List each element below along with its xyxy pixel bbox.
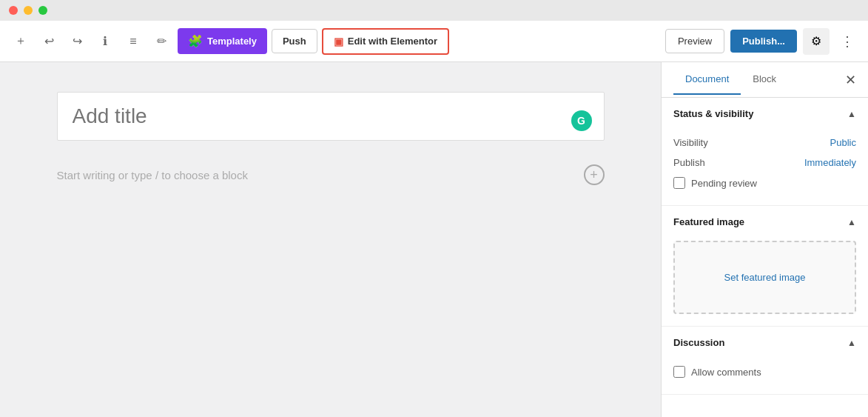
sidebar-close-button[interactable]: ✕ bbox=[845, 72, 856, 88]
discussion-title: Discussion bbox=[673, 337, 724, 348]
plus-circle-icon: + bbox=[590, 167, 598, 183]
publish-button[interactable]: Publish... bbox=[730, 30, 797, 53]
redo-button[interactable]: ↪ bbox=[65, 30, 89, 53]
allow-comments-label: Allow comments bbox=[691, 367, 761, 378]
tab-document[interactable]: Document bbox=[673, 64, 741, 95]
chevron-up-icon-3: ▲ bbox=[847, 338, 856, 348]
title-block: G bbox=[57, 92, 605, 141]
publish-label: Publish... bbox=[742, 36, 785, 47]
add-block-button[interactable]: + bbox=[584, 164, 605, 185]
main-layout: G Start writing or type / to choose a bl… bbox=[0, 62, 868, 417]
status-visibility-header[interactable]: Status & visibility ▲ bbox=[662, 98, 868, 130]
tab-block[interactable]: Block bbox=[741, 64, 788, 95]
editor-inner: G Start writing or type / to choose a bl… bbox=[13, 62, 649, 221]
add-block-toolbar-button[interactable]: ＋ bbox=[9, 30, 33, 53]
push-label: Push bbox=[283, 36, 306, 47]
featured-image-title: Featured image bbox=[673, 216, 744, 227]
visibility-value[interactable]: Public bbox=[830, 137, 856, 148]
publish-label: Publish bbox=[673, 157, 705, 168]
discussion-header[interactable]: Discussion ▲ bbox=[662, 327, 868, 358]
visibility-row: Visibility Public bbox=[673, 133, 856, 153]
sidebar-tabs: Document Block bbox=[673, 64, 788, 95]
pending-review-row: Pending review bbox=[673, 173, 856, 193]
editor-area: G Start writing or type / to choose a bl… bbox=[0, 62, 661, 417]
set-featured-image-label: Set featured image bbox=[724, 272, 806, 283]
title-bar bbox=[0, 0, 868, 21]
featured-image-header[interactable]: Featured image ▲ bbox=[662, 206, 868, 238]
push-button[interactable]: Push bbox=[272, 29, 317, 53]
info-icon: ℹ bbox=[103, 34, 107, 48]
templately-button[interactable]: 🧩 Templately bbox=[178, 28, 267, 54]
ellipsis-icon: ⋮ bbox=[841, 33, 854, 50]
undo-button[interactable]: ↩ bbox=[37, 30, 61, 53]
settings-button[interactable]: ⚙ bbox=[803, 28, 830, 55]
title-input[interactable] bbox=[73, 104, 589, 128]
templately-icon: 🧩 bbox=[188, 34, 203, 48]
sidebar: Document Block ✕ Status & visibility ▲ V… bbox=[661, 62, 868, 417]
list-icon: ≡ bbox=[129, 35, 136, 48]
pending-review-checkbox[interactable] bbox=[673, 177, 685, 189]
pen-button[interactable]: ✏ bbox=[149, 30, 173, 53]
maximize-button[interactable] bbox=[38, 6, 47, 15]
pending-review-label: Pending review bbox=[691, 178, 757, 189]
visibility-label: Visibility bbox=[673, 137, 708, 148]
templately-label: Templately bbox=[207, 36, 257, 47]
status-visibility-title: Status & visibility bbox=[673, 108, 753, 119]
sidebar-header: Document Block ✕ bbox=[662, 62, 868, 98]
plus-icon: ＋ bbox=[15, 33, 27, 49]
redo-icon: ↪ bbox=[73, 34, 82, 48]
toolbar-left: ＋ ↩ ↪ ℹ ≡ ✏ 🧩 Templately Push ▣ Edit wit… bbox=[9, 28, 659, 55]
elementor-icon: ▣ bbox=[334, 36, 343, 47]
block-tab-label: Block bbox=[753, 73, 776, 84]
publish-row: Publish Immediately bbox=[673, 153, 856, 173]
status-visibility-content: Visibility Public Publish Immediately Pe… bbox=[662, 130, 868, 205]
undo-icon: ↩ bbox=[44, 34, 54, 48]
discussion-content: Allow comments bbox=[662, 358, 868, 394]
close-icon: ✕ bbox=[845, 73, 856, 87]
featured-image-content: Set featured image bbox=[662, 238, 868, 326]
minimize-button[interactable] bbox=[24, 6, 33, 15]
allow-comments-checkbox[interactable] bbox=[673, 366, 685, 378]
preview-label: Preview bbox=[678, 36, 712, 47]
allow-comments-row: Allow comments bbox=[673, 361, 856, 382]
grammarly-icon: G bbox=[571, 110, 592, 131]
chevron-up-icon: ▲ bbox=[847, 109, 856, 119]
chevron-up-icon-2: ▲ bbox=[847, 217, 856, 227]
edit-with-elementor-button[interactable]: ▣ Edit with Elementor bbox=[322, 28, 449, 55]
elementor-label: Edit with Elementor bbox=[348, 36, 437, 47]
content-block: Start writing or type / to choose a bloc… bbox=[57, 159, 605, 191]
content-placeholder-text: Start writing or type / to choose a bloc… bbox=[57, 169, 248, 181]
preview-button[interactable]: Preview bbox=[665, 29, 724, 53]
toolbar: ＋ ↩ ↪ ℹ ≡ ✏ 🧩 Templately Push ▣ Edit wit… bbox=[0, 21, 868, 62]
document-tab-label: Document bbox=[685, 73, 729, 84]
toolbar-right: Preview Publish... ⚙ ⋮ bbox=[665, 28, 859, 55]
pen-icon: ✏ bbox=[157, 34, 166, 48]
publish-value[interactable]: Immediately bbox=[804, 157, 856, 168]
info-button[interactable]: ℹ bbox=[93, 30, 117, 53]
more-options-button[interactable]: ⋮ bbox=[835, 30, 859, 53]
featured-image-section: Featured image ▲ Set featured image bbox=[662, 206, 868, 327]
close-button[interactable] bbox=[9, 6, 18, 15]
set-featured-image-button[interactable]: Set featured image bbox=[673, 241, 856, 314]
list-view-button[interactable]: ≡ bbox=[121, 30, 145, 53]
status-visibility-section: Status & visibility ▲ Visibility Public … bbox=[662, 98, 868, 206]
discussion-section: Discussion ▲ Allow comments bbox=[662, 327, 868, 395]
gear-icon: ⚙ bbox=[811, 34, 821, 48]
